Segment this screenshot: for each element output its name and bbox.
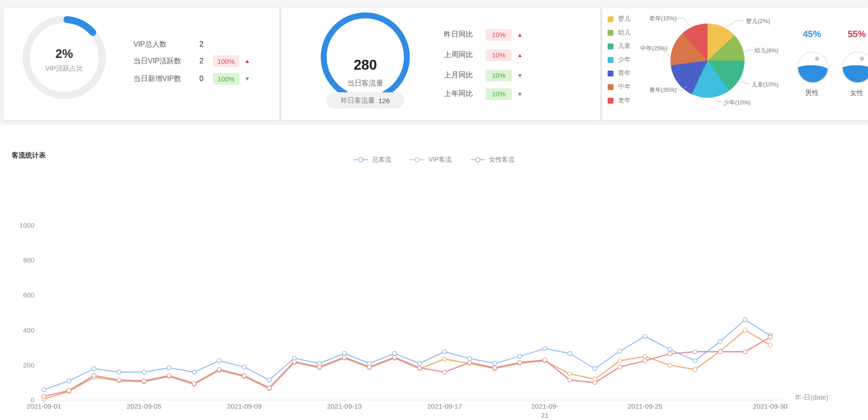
status-badge: 10% (486, 49, 512, 61)
y-tick-label: 600 (9, 291, 34, 299)
legend-swatch (608, 71, 613, 76)
stat-label: 昨日同比 (444, 30, 483, 39)
legend-item-total[interactable]: 总客流 (354, 156, 391, 164)
line-chart-title: 客流统计表 (12, 151, 46, 160)
legend-swatch (608, 98, 613, 104)
legend-label: 老年 (618, 96, 631, 105)
legend-item-female[interactable]: 女性客流 (471, 156, 514, 164)
pie-legend-item[interactable]: 儿童 (608, 43, 631, 50)
pie-legend-item[interactable]: 幼儿 (608, 29, 631, 36)
stat-label: 上年同比 (444, 89, 483, 99)
legend-swatch (608, 16, 613, 22)
traffic-line-chart-panel (0, 125, 868, 420)
legend-label: 青年 (618, 69, 631, 77)
vip-new-row: 当日新增VIP数 0 100% ▼ (133, 73, 250, 85)
legend-item-vip[interactable]: VIP客流 (410, 156, 452, 164)
x-tick-label: 2021-09-05 (119, 402, 169, 411)
callout-line (742, 50, 753, 53)
traffic-value: 280 (327, 57, 404, 73)
female-percent: 55% (840, 29, 868, 39)
arrow-up-icon: ▲ (517, 52, 523, 58)
arrow-up-icon: ▲ (245, 58, 250, 64)
bubble-icon (860, 57, 864, 61)
legend-swatch (608, 84, 613, 90)
female-label: 女性 (840, 89, 868, 97)
status-badge: 10% (486, 70, 512, 81)
status-badge: 100% (213, 73, 239, 85)
arrow-down-icon: ▼ (517, 72, 523, 79)
pie-legend-item[interactable]: 婴儿 (608, 15, 631, 23)
legend-swatch (608, 43, 613, 49)
y-tick-label: 400 (9, 326, 34, 334)
vip-ring-text: 2% VIP活跃占比 (26, 47, 102, 73)
compare-row-lastyear: 上年同比 10% ▼ (444, 88, 523, 100)
vip-summary-card: 2% VIP活跃占比 VIP总人数 2 当日VIP活跃数 2 100% ▲ 当日… (4, 8, 279, 120)
x-axis-name: 年-日(date) (795, 393, 828, 402)
pie-legend-item[interactable]: 青年 (608, 70, 631, 77)
male-label: 男性 (796, 89, 828, 97)
pie-callout-label: 少年(10%) (723, 99, 751, 107)
traffic-ring-text: 280 当日客流量 (327, 57, 404, 88)
water-fill (842, 65, 868, 83)
legend-label: 婴儿 (618, 15, 631, 23)
status-badge: 10% (486, 29, 512, 41)
callout-line (712, 97, 722, 102)
vip-total-row: VIP总人数 2 (133, 38, 210, 50)
legend-label: VIP客流 (429, 156, 452, 164)
pie-callout-label: 中年(25%) (640, 44, 668, 52)
bubble-icon (815, 57, 819, 61)
legend-line-circle-icon (410, 157, 425, 162)
y-tick-label: 800 (9, 256, 34, 264)
x-tick-label: 2021-09-30 (745, 402, 795, 411)
tag-label: 昨日客流量 (341, 96, 375, 105)
legend-label: 幼儿 (618, 29, 631, 37)
yesterday-traffic-tag: 昨日客流量 126 (326, 92, 404, 109)
tag-value: 126 (378, 97, 390, 105)
male-liquid-gauge (797, 52, 829, 83)
stat-label: VIP总人数 (133, 40, 193, 49)
stat-value: 2 (199, 57, 210, 65)
compare-row-yesterday: 昨日同比 10% ▲ (444, 29, 523, 41)
status-badge: 100% (213, 55, 239, 67)
pie-legend-item[interactable]: 老年 (608, 97, 631, 104)
callout-line (726, 21, 744, 27)
age-distribution-pie-chart (670, 24, 745, 98)
vip-active-row: 当日VIP活跃数 2 100% ▲ (133, 55, 250, 67)
stat-value: 2 (199, 40, 210, 48)
female-liquid-gauge (842, 52, 868, 83)
arrow-up-icon: ▲ (517, 32, 523, 38)
status-badge: 10% (486, 88, 512, 100)
legend-line-circle-icon (354, 157, 368, 162)
compare-row-lastmonth: 上月同比 10% ▼ (444, 69, 523, 81)
stat-label: 当日VIP活跃数 (133, 57, 193, 66)
legend-label: 女性客流 (489, 156, 514, 164)
x-tick-label: 2021-09-25 (620, 402, 670, 411)
pie-callout-label: 幼儿(8%) (755, 47, 778, 55)
legend-label: 总客流 (372, 156, 391, 164)
x-tick-label: 2021-09-09 (219, 402, 269, 411)
y-tick-label: 1000 (9, 221, 34, 229)
traffic-caption: 当日客流量 (327, 79, 404, 88)
legend-label: 中年 (618, 83, 631, 91)
male-percent: 45% (796, 29, 828, 39)
callout-line (740, 81, 750, 84)
pie-legend-item[interactable]: 中年 (608, 83, 631, 91)
pie-callout-label: 青年(35%) (649, 86, 677, 94)
pie-callout-label: 老年(10%) (649, 14, 677, 23)
legend-swatch (608, 30, 613, 36)
stat-label: 上月同比 (444, 71, 483, 80)
demographics-card: 婴儿 幼儿 儿童 少年 青年 中年 老年 老年(10%) 中年(25%) 青年(… (602, 8, 868, 120)
legend-label: 少年 (618, 56, 631, 64)
x-tick-label: 2021-09-17 (420, 402, 469, 411)
x-tick-label: 2021-09-21 (529, 402, 561, 420)
compare-row-lastweek: 上周同比 10% ▲ (444, 49, 523, 61)
pie-callout-label: 婴儿(2%) (746, 17, 770, 25)
legend-line-circle-icon (471, 157, 485, 162)
arrow-down-icon: ▼ (245, 76, 250, 82)
pie-callout-label: 儿童(10%) (751, 81, 779, 89)
arrow-down-icon: ▼ (517, 91, 523, 97)
stat-label: 上周同比 (444, 50, 483, 60)
legend-label: 儿童 (618, 42, 631, 50)
line-chart-legend: 总客流 VIP客流 女性客流 (298, 156, 570, 164)
pie-legend-item[interactable]: 少年 (608, 56, 631, 63)
